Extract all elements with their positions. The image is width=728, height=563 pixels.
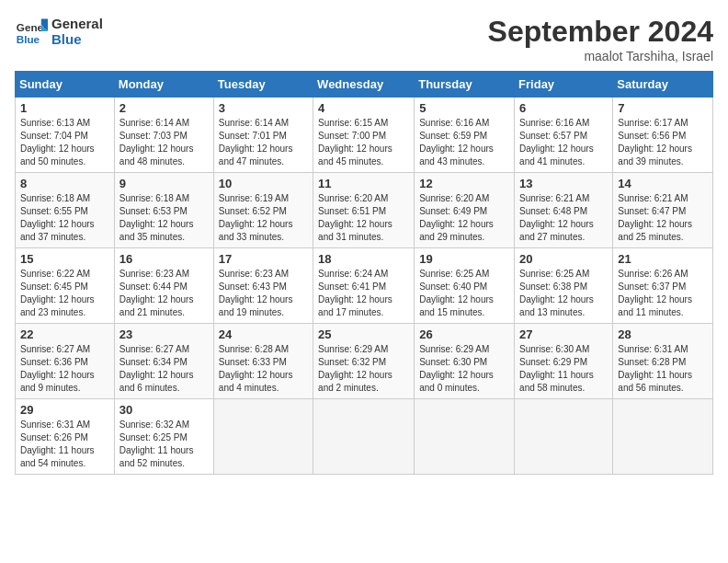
day-info: Sunrise: 6:15 AM Sunset: 7:00 PM Dayligh…: [318, 117, 409, 168]
day-number: 9: [119, 177, 209, 190]
calendar-cell: [515, 399, 613, 475]
weekday-header-saturday: Saturday: [613, 72, 713, 98]
day-info: Sunrise: 6:27 AM Sunset: 6:36 PM Dayligh…: [20, 343, 109, 395]
weekday-header-thursday: Thursday: [415, 72, 515, 98]
day-info: Sunrise: 6:29 AM Sunset: 6:30 PM Dayligh…: [419, 343, 509, 395]
day-info: Sunrise: 6:27 AM Sunset: 6:34 PM Dayligh…: [119, 343, 209, 395]
day-number: 12: [419, 177, 509, 190]
calendar-cell: [415, 399, 515, 475]
svg-text:Blue: Blue: [17, 33, 40, 45]
weekday-header-wednesday: Wednesday: [313, 72, 415, 98]
day-info: Sunrise: 6:22 AM Sunset: 6:45 PM Dayligh…: [20, 268, 109, 319]
day-number: 30: [119, 403, 209, 417]
calendar-cell: [613, 399, 713, 475]
day-number: 13: [519, 177, 608, 190]
calendar-cell: 17Sunrise: 6:23 AM Sunset: 6:43 PM Dayli…: [213, 248, 313, 324]
day-info: Sunrise: 6:29 AM Sunset: 6:32 PM Dayligh…: [318, 343, 409, 395]
day-number: 11: [318, 177, 409, 190]
calendar-cell: 11Sunrise: 6:20 AM Sunset: 6:51 PM Dayli…: [313, 173, 415, 248]
day-number: 28: [618, 327, 708, 341]
day-number: 3: [219, 101, 308, 115]
day-info: Sunrise: 6:28 AM Sunset: 6:33 PM Dayligh…: [219, 343, 308, 395]
day-number: 19: [419, 252, 509, 266]
calendar-cell: 25Sunrise: 6:29 AM Sunset: 6:32 PM Dayli…: [313, 324, 415, 399]
week-row-3: 15Sunrise: 6:22 AM Sunset: 6:45 PM Dayli…: [16, 248, 713, 324]
day-number: 14: [618, 177, 708, 190]
logo: General Blue General Blue: [15, 15, 103, 48]
week-row-2: 8Sunrise: 6:18 AM Sunset: 6:55 PM Daylig…: [16, 173, 713, 248]
calendar-cell: 9Sunrise: 6:18 AM Sunset: 6:53 PM Daylig…: [114, 173, 213, 248]
day-number: 8: [20, 177, 109, 190]
day-info: Sunrise: 6:20 AM Sunset: 6:49 PM Dayligh…: [419, 192, 509, 244]
day-number: 2: [119, 101, 209, 115]
day-info: Sunrise: 6:30 AM Sunset: 6:29 PM Dayligh…: [519, 343, 608, 395]
calendar-cell: 23Sunrise: 6:27 AM Sunset: 6:34 PM Dayli…: [114, 324, 213, 399]
day-number: 17: [219, 252, 308, 266]
calendar-cell: 5Sunrise: 6:16 AM Sunset: 6:59 PM Daylig…: [415, 98, 515, 173]
day-number: 20: [519, 252, 608, 266]
day-number: 23: [119, 327, 209, 341]
calendar-cell: 20Sunrise: 6:25 AM Sunset: 6:38 PM Dayli…: [515, 248, 613, 324]
location: maalot Tarshiha, Israel: [488, 49, 713, 63]
title-block: September 2024 maalot Tarshiha, Israel: [488, 15, 713, 63]
calendar-cell: 16Sunrise: 6:23 AM Sunset: 6:44 PM Dayli…: [114, 248, 213, 324]
day-info: Sunrise: 6:23 AM Sunset: 6:43 PM Dayligh…: [219, 268, 308, 319]
day-number: 26: [419, 327, 509, 341]
day-number: 15: [20, 252, 109, 266]
weekday-header-tuesday: Tuesday: [213, 72, 313, 98]
month-title: September 2024: [488, 15, 713, 49]
calendar-cell: 7Sunrise: 6:17 AM Sunset: 6:56 PM Daylig…: [613, 98, 713, 173]
day-info: Sunrise: 6:13 AM Sunset: 7:04 PM Dayligh…: [20, 117, 109, 168]
day-number: 7: [618, 101, 708, 115]
calendar-cell: 14Sunrise: 6:21 AM Sunset: 6:47 PM Dayli…: [613, 173, 713, 248]
day-info: Sunrise: 6:17 AM Sunset: 6:56 PM Dayligh…: [618, 117, 708, 168]
calendar-cell: 10Sunrise: 6:19 AM Sunset: 6:52 PM Dayli…: [213, 173, 313, 248]
logo-general: General: [51, 16, 103, 31]
calendar-cell: 24Sunrise: 6:28 AM Sunset: 6:33 PM Dayli…: [213, 324, 313, 399]
day-info: Sunrise: 6:24 AM Sunset: 6:41 PM Dayligh…: [318, 268, 409, 319]
day-number: 21: [618, 252, 708, 266]
calendar-cell: 6Sunrise: 6:16 AM Sunset: 6:57 PM Daylig…: [515, 98, 613, 173]
page-header: General Blue General Blue September 2024…: [15, 15, 713, 63]
week-row-1: 1Sunrise: 6:13 AM Sunset: 7:04 PM Daylig…: [16, 98, 713, 173]
day-info: Sunrise: 6:14 AM Sunset: 7:03 PM Dayligh…: [119, 117, 209, 168]
calendar-cell: [313, 399, 415, 475]
calendar-cell: 4Sunrise: 6:15 AM Sunset: 7:00 PM Daylig…: [313, 98, 415, 173]
day-number: 1: [20, 101, 109, 115]
week-row-4: 22Sunrise: 6:27 AM Sunset: 6:36 PM Dayli…: [16, 324, 713, 399]
day-info: Sunrise: 6:18 AM Sunset: 6:55 PM Dayligh…: [20, 192, 109, 244]
day-info: Sunrise: 6:25 AM Sunset: 6:38 PM Dayligh…: [519, 268, 608, 319]
day-info: Sunrise: 6:16 AM Sunset: 6:59 PM Dayligh…: [419, 117, 509, 168]
day-number: 24: [219, 327, 308, 341]
calendar-cell: 29Sunrise: 6:31 AM Sunset: 6:26 PM Dayli…: [16, 399, 115, 475]
day-info: Sunrise: 6:26 AM Sunset: 6:37 PM Dayligh…: [618, 268, 708, 319]
day-info: Sunrise: 6:18 AM Sunset: 6:53 PM Dayligh…: [119, 192, 209, 244]
day-info: Sunrise: 6:20 AM Sunset: 6:51 PM Dayligh…: [318, 192, 409, 244]
logo-blue: Blue: [51, 31, 103, 47]
day-info: Sunrise: 6:31 AM Sunset: 6:26 PM Dayligh…: [20, 419, 109, 470]
day-info: Sunrise: 6:23 AM Sunset: 6:44 PM Dayligh…: [119, 268, 209, 319]
day-number: 4: [318, 101, 409, 115]
weekday-header-sunday: Sunday: [16, 72, 115, 98]
calendar-cell: 2Sunrise: 6:14 AM Sunset: 7:03 PM Daylig…: [114, 98, 213, 173]
calendar-cell: 1Sunrise: 6:13 AM Sunset: 7:04 PM Daylig…: [16, 98, 115, 173]
calendar-cell: 19Sunrise: 6:25 AM Sunset: 6:40 PM Dayli…: [415, 248, 515, 324]
day-info: Sunrise: 6:25 AM Sunset: 6:40 PM Dayligh…: [419, 268, 509, 319]
calendar-cell: 15Sunrise: 6:22 AM Sunset: 6:45 PM Dayli…: [16, 248, 115, 324]
day-info: Sunrise: 6:21 AM Sunset: 6:47 PM Dayligh…: [618, 192, 708, 244]
calendar-cell: 3Sunrise: 6:14 AM Sunset: 7:01 PM Daylig…: [213, 98, 313, 173]
logo-icon: General Blue: [15, 15, 48, 48]
day-number: 10: [219, 177, 308, 190]
weekday-header-friday: Friday: [515, 72, 613, 98]
day-number: 25: [318, 327, 409, 341]
calendar-cell: 28Sunrise: 6:31 AM Sunset: 6:28 PM Dayli…: [613, 324, 713, 399]
weekday-header-monday: Monday: [114, 72, 213, 98]
day-number: 22: [20, 327, 109, 341]
calendar-table: SundayMondayTuesdayWednesdayThursdayFrid…: [15, 71, 713, 475]
calendar-cell: 27Sunrise: 6:30 AM Sunset: 6:29 PM Dayli…: [515, 324, 613, 399]
calendar-header-row: SundayMondayTuesdayWednesdayThursdayFrid…: [16, 72, 713, 98]
day-number: 18: [318, 252, 409, 266]
calendar-cell: 21Sunrise: 6:26 AM Sunset: 6:37 PM Dayli…: [613, 248, 713, 324]
calendar-cell: 18Sunrise: 6:24 AM Sunset: 6:41 PM Dayli…: [313, 248, 415, 324]
day-info: Sunrise: 6:19 AM Sunset: 6:52 PM Dayligh…: [219, 192, 308, 244]
